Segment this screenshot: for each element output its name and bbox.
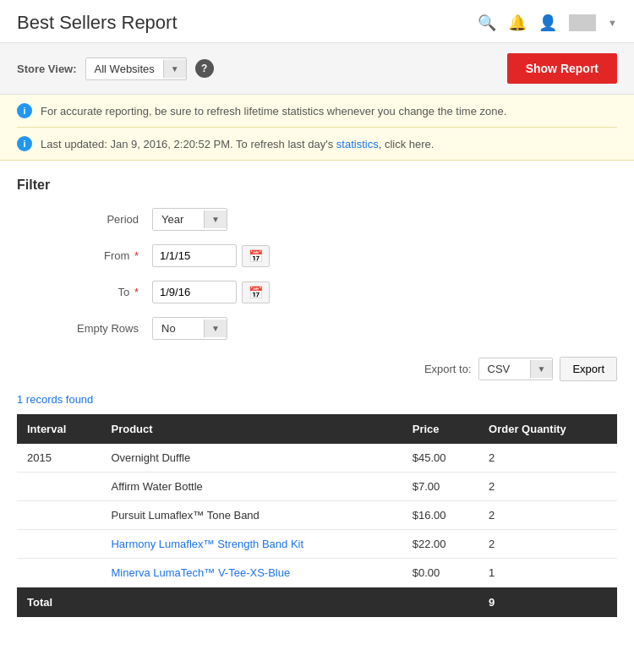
store-view-left: Store View: All Websites ▼ ? — [17, 57, 214, 80]
cell-qty: 2 — [478, 501, 617, 530]
bell-icon[interactable]: 🔔 — [508, 14, 527, 32]
export-format-value: CSV — [479, 358, 530, 380]
product-link[interactable]: Harmony Lumaflex™ Strength Band Kit — [111, 538, 303, 550]
export-format-select[interactable]: CSV ▼ — [478, 358, 554, 380]
filter-section-title: Filter — [17, 178, 617, 193]
table-row: Pursuit Lumaflex™ Tone Band$16.002 — [17, 501, 617, 530]
show-report-button[interactable]: Show Report — [507, 53, 617, 84]
cell-product[interactable]: Harmony Lumaflex™ Strength Band Kit — [101, 530, 402, 559]
store-view-dropdown-arrow[interactable]: ▼ — [163, 60, 186, 78]
to-control: 📅 — [152, 281, 270, 303]
cell-qty: 2 — [478, 444, 617, 473]
info-text-1: For accurate reporting, be sure to refre… — [41, 105, 506, 117]
period-label: Period — [17, 213, 152, 226]
from-label: From * — [17, 249, 152, 262]
store-view-bar: Store View: All Websites ▼ ? Show Report — [0, 43, 634, 95]
statistics-link[interactable]: statistics — [336, 138, 379, 150]
period-control: Year ▼ — [152, 208, 227, 231]
info-text-2: Last updated: Jan 9, 2016, 2:20:52 PM. T… — [41, 138, 434, 150]
from-control: 📅 — [152, 244, 270, 267]
cell-qty: 2 — [478, 473, 617, 501]
cell-interval — [17, 559, 101, 587]
to-input[interactable] — [152, 281, 237, 303]
main-content: Filter Period Year ▼ From * 📅 — [0, 161, 634, 634]
cell-interval — [17, 473, 101, 501]
top-header: Best Sellers Report 🔍 🔔 👤 ▼ — [0, 0, 634, 43]
store-view-value: All Websites — [86, 58, 163, 79]
export-label: Export to: — [424, 363, 472, 375]
period-select[interactable]: Year ▼ — [152, 208, 227, 231]
footer-total-qty: 9 — [478, 587, 617, 618]
table-footer-row: Total 9 — [17, 587, 617, 618]
info-row-1: i For accurate reporting, be sure to ref… — [17, 95, 617, 128]
header-icons: 🔍 🔔 👤 ▼ — [478, 14, 617, 32]
user-avatar — [569, 14, 596, 31]
empty-rows-value: No — [153, 318, 204, 339]
search-icon[interactable]: 🔍 — [478, 14, 496, 32]
cell-interval — [17, 530, 101, 559]
col-product: Product — [101, 414, 402, 444]
filter-row-empty-rows: Empty Rows No ▼ — [17, 317, 617, 340]
cell-product[interactable]: Minerva LumaTech™ V-Tee-XS-Blue — [101, 559, 402, 587]
info-icon-1: i — [17, 103, 32, 118]
info-text-2-before: Last updated: Jan 9, 2016, 2:20:52 PM. T… — [41, 138, 336, 150]
footer-empty-price — [402, 587, 478, 618]
table-row: Affirm Water Bottle$7.002 — [17, 473, 617, 501]
from-required: * — [131, 249, 139, 262]
info-banners: i For accurate reporting, be sure to ref… — [0, 95, 634, 161]
cell-product: Pursuit Lumaflex™ Tone Band — [101, 501, 402, 530]
from-input[interactable] — [152, 244, 237, 267]
help-icon[interactable]: ? — [195, 59, 214, 78]
cell-qty: 1 — [478, 559, 617, 587]
cell-product: Overnight Duffle — [101, 444, 402, 473]
filter-row-period: Period Year ▼ — [17, 208, 617, 231]
info-icon-2: i — [17, 136, 32, 151]
info-row-2: i Last updated: Jan 9, 2016, 2:20:52 PM.… — [17, 128, 617, 160]
empty-rows-select[interactable]: No ▼ — [152, 317, 227, 340]
footer-empty-product — [101, 587, 402, 618]
cell-price: $16.00 — [402, 501, 478, 530]
store-view-select[interactable]: All Websites ▼ — [85, 57, 187, 80]
export-row: Export to: CSV ▼ Export — [17, 357, 617, 381]
col-order-qty: Order Quantity — [478, 414, 617, 444]
filter-row-from: From * 📅 — [17, 244, 617, 267]
info-text-2-after: , click here. — [379, 138, 435, 150]
store-view-label: Store View: — [17, 63, 77, 75]
cell-price: $7.00 — [402, 473, 478, 501]
data-table: Interval Product Price Order Quantity 20… — [17, 414, 617, 617]
page-title: Best Sellers Report — [17, 12, 178, 34]
from-calendar-button[interactable]: 📅 — [242, 245, 270, 267]
period-dropdown-arrow[interactable]: ▼ — [204, 210, 227, 228]
filter-row-to: To * 📅 — [17, 281, 617, 303]
table-row: Minerva LumaTech™ V-Tee-XS-Blue$0.001 — [17, 559, 617, 587]
period-value: Year — [153, 209, 204, 230]
to-required: * — [131, 286, 139, 298]
user-icon[interactable]: 👤 — [538, 14, 557, 32]
product-link[interactable]: Minerva LumaTech™ V-Tee-XS-Blue — [111, 566, 290, 579]
export-button[interactable]: Export — [560, 357, 617, 381]
table-row: Harmony Lumaflex™ Strength Band Kit$22.0… — [17, 530, 617, 559]
filter-form: Period Year ▼ From * 📅 To * — [17, 208, 617, 340]
footer-label: Total — [17, 587, 101, 618]
empty-rows-label: Empty Rows — [17, 322, 152, 335]
cell-price: $0.00 — [402, 559, 478, 587]
export-format-dropdown-arrow[interactable]: ▼ — [530, 360, 553, 378]
table-header-row: Interval Product Price Order Quantity — [17, 414, 617, 444]
col-interval: Interval — [17, 414, 101, 444]
cell-product: Affirm Water Bottle — [101, 473, 402, 501]
user-dropdown-icon[interactable]: ▼ — [608, 18, 617, 28]
to-calendar-button[interactable]: 📅 — [242, 281, 270, 303]
to-label: To * — [17, 286, 152, 298]
records-found: 1 records found — [17, 393, 617, 406]
cell-interval — [17, 501, 101, 530]
empty-rows-control: No ▼ — [152, 317, 227, 340]
cell-price: $22.00 — [402, 530, 478, 559]
cell-interval: 2015 — [17, 444, 101, 473]
empty-rows-dropdown-arrow[interactable]: ▼ — [204, 320, 227, 337]
cell-qty: 2 — [478, 530, 617, 559]
table-row: 2015Overnight Duffle$45.002 — [17, 444, 617, 473]
cell-price: $45.00 — [402, 444, 478, 473]
col-price: Price — [402, 414, 478, 444]
